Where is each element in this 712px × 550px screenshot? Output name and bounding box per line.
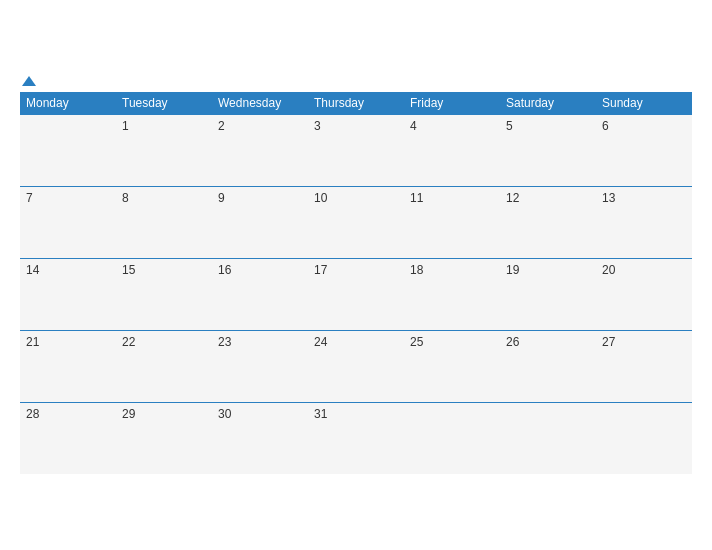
day-cell-25: 25 (404, 330, 500, 402)
day-cell-28: 28 (20, 402, 116, 474)
day-number: 31 (314, 407, 327, 421)
day-cell-14: 14 (20, 258, 116, 330)
day-cell-8: 8 (116, 186, 212, 258)
day-cell-17: 17 (308, 258, 404, 330)
day-number: 26 (506, 335, 519, 349)
day-cell-19: 19 (500, 258, 596, 330)
empty-cell (596, 402, 692, 474)
day-cell-10: 10 (308, 186, 404, 258)
day-cell-30: 30 (212, 402, 308, 474)
day-cell-29: 29 (116, 402, 212, 474)
day-cell-1: 1 (116, 114, 212, 186)
day-number: 17 (314, 263, 327, 277)
day-number: 16 (218, 263, 231, 277)
day-cell-12: 12 (500, 186, 596, 258)
day-number: 19 (506, 263, 519, 277)
day-number: 15 (122, 263, 135, 277)
day-number: 3 (314, 119, 321, 133)
day-cell-7: 7 (20, 186, 116, 258)
day-cell-20: 20 (596, 258, 692, 330)
day-number: 21 (26, 335, 39, 349)
week-row-1: 123456 (20, 114, 692, 186)
weekday-header-sunday: Sunday (596, 92, 692, 115)
day-cell-26: 26 (500, 330, 596, 402)
day-cell-18: 18 (404, 258, 500, 330)
day-cell-5: 5 (500, 114, 596, 186)
day-number: 10 (314, 191, 327, 205)
weekday-header-tuesday: Tuesday (116, 92, 212, 115)
day-number: 30 (218, 407, 231, 421)
day-number: 14 (26, 263, 39, 277)
weekday-header-row: MondayTuesdayWednesdayThursdayFridaySatu… (20, 92, 692, 115)
day-number: 9 (218, 191, 225, 205)
day-number: 25 (410, 335, 423, 349)
week-row-3: 14151617181920 (20, 258, 692, 330)
day-cell-23: 23 (212, 330, 308, 402)
day-number: 29 (122, 407, 135, 421)
weekday-header-saturday: Saturday (500, 92, 596, 115)
empty-cell (20, 114, 116, 186)
day-cell-4: 4 (404, 114, 500, 186)
day-cell-11: 11 (404, 186, 500, 258)
day-cell-22: 22 (116, 330, 212, 402)
day-cell-21: 21 (20, 330, 116, 402)
day-number: 22 (122, 335, 135, 349)
empty-cell (500, 402, 596, 474)
day-number: 27 (602, 335, 615, 349)
day-number: 1 (122, 119, 129, 133)
day-number: 18 (410, 263, 423, 277)
week-row-5: 28293031 (20, 402, 692, 474)
day-number: 11 (410, 191, 423, 205)
day-number: 6 (602, 119, 609, 133)
weekday-header-wednesday: Wednesday (212, 92, 308, 115)
day-number: 4 (410, 119, 417, 133)
day-number: 23 (218, 335, 231, 349)
logo (20, 76, 36, 86)
calendar-header (20, 76, 692, 86)
calendar-container: MondayTuesdayWednesdayThursdayFridaySatu… (10, 66, 702, 485)
day-cell-9: 9 (212, 186, 308, 258)
day-cell-3: 3 (308, 114, 404, 186)
day-number: 28 (26, 407, 39, 421)
day-number: 13 (602, 191, 615, 205)
calendar-grid: MondayTuesdayWednesdayThursdayFridaySatu… (20, 92, 692, 475)
day-cell-15: 15 (116, 258, 212, 330)
logo-triangle-icon (22, 76, 36, 86)
day-cell-13: 13 (596, 186, 692, 258)
day-cell-24: 24 (308, 330, 404, 402)
week-row-4: 21222324252627 (20, 330, 692, 402)
weekday-header-friday: Friday (404, 92, 500, 115)
day-number: 24 (314, 335, 327, 349)
weekday-header-thursday: Thursday (308, 92, 404, 115)
week-row-2: 78910111213 (20, 186, 692, 258)
day-number: 5 (506, 119, 513, 133)
day-cell-2: 2 (212, 114, 308, 186)
day-number: 12 (506, 191, 519, 205)
day-number: 7 (26, 191, 33, 205)
day-cell-27: 27 (596, 330, 692, 402)
day-number: 8 (122, 191, 129, 205)
day-number: 20 (602, 263, 615, 277)
day-cell-31: 31 (308, 402, 404, 474)
day-cell-16: 16 (212, 258, 308, 330)
day-number: 2 (218, 119, 225, 133)
empty-cell (404, 402, 500, 474)
weekday-header-monday: Monday (20, 92, 116, 115)
day-cell-6: 6 (596, 114, 692, 186)
